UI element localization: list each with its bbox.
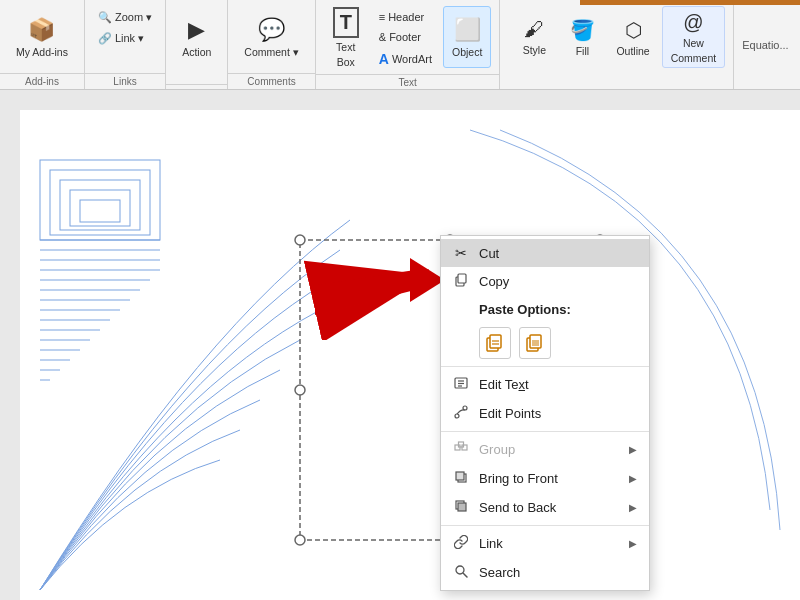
cut-icon: ✂: [453, 245, 469, 261]
link-menu-item[interactable]: Link ▶: [441, 529, 649, 558]
shape-format-tab-accent: [580, 0, 800, 5]
sy-section: Equatio...: [733, 0, 796, 89]
add-ins-icon: 📦: [28, 17, 55, 43]
ribbon-section-text: T Text Box ≡ Header & Footer A WordArt ⬜: [316, 0, 501, 89]
separator-3: [441, 525, 649, 526]
wordart-icon: A: [379, 51, 389, 67]
svg-line-57: [464, 574, 468, 578]
send-to-back-menu-item[interactable]: Send to Back ▶: [441, 493, 649, 522]
svg-point-25: [295, 385, 305, 395]
text-box-button[interactable]: T Text Box: [324, 6, 368, 68]
text-box-icon: T: [333, 7, 359, 38]
search-menu-icon: [453, 564, 469, 581]
object-icon: ⬜: [454, 17, 481, 43]
svg-rect-35: [458, 274, 466, 283]
object-button[interactable]: ⬜ Object: [443, 6, 491, 68]
send-to-back-icon: [453, 499, 469, 516]
separator-1: [441, 366, 649, 367]
ribbon: 📦 My Add-ins Add-ins 🔍 Zoom ▾ 🔗 Link ▾ L…: [0, 0, 800, 90]
link-arrow: ▶: [629, 538, 637, 549]
ribbon-section-links: 🔍 Zoom ▾ 🔗 Link ▾ Links: [85, 0, 166, 89]
edit-points-icon: [453, 405, 469, 422]
svg-point-22: [295, 235, 305, 245]
ribbon-section-comments: 💬 Comment ▾ Comments: [228, 0, 315, 89]
zoom-button[interactable]: 🔍 Zoom ▾: [93, 8, 157, 27]
separator-2: [441, 431, 649, 432]
svg-point-27: [295, 535, 305, 545]
edit-text-icon: [453, 376, 469, 393]
paste-button-2[interactable]: [519, 327, 551, 359]
equation-label: Equatio...: [742, 39, 788, 51]
send-to-back-arrow: ▶: [629, 502, 637, 513]
header-footer-icon: ≡: [379, 11, 385, 23]
bring-to-front-arrow: ▶: [629, 473, 637, 484]
action-button[interactable]: ▶ Action: [174, 6, 219, 68]
link-menu-icon: [453, 535, 469, 552]
style-icon: 🖌: [524, 18, 544, 41]
edit-points-menu-item[interactable]: Edit Points: [441, 399, 649, 428]
fill-icon: 🪣: [570, 18, 595, 42]
search-menu-item[interactable]: Search: [441, 558, 649, 587]
svg-rect-4: [80, 200, 120, 222]
comment-icon: 💬: [258, 17, 285, 43]
paste-options-row: [441, 323, 649, 363]
drawing-svg: [20, 110, 800, 600]
outline-button[interactable]: ⬡ Outline: [608, 6, 657, 68]
fill-button[interactable]: 🪣 Fill: [560, 6, 604, 68]
copy-menu-item[interactable]: Copy: [441, 267, 649, 296]
ribbon-section-action: ▶ Action: [166, 0, 228, 89]
paste-button-1[interactable]: [479, 327, 511, 359]
text-label: Text: [316, 74, 500, 90]
edit-text-menu-item[interactable]: Edit Text: [441, 370, 649, 399]
bring-to-front-icon: [453, 470, 469, 487]
svg-point-47: [455, 414, 459, 418]
svg-rect-53: [456, 472, 464, 480]
svg-rect-55: [458, 503, 466, 511]
svg-rect-42: [532, 340, 539, 346]
action-label: [166, 84, 227, 89]
cut-menu-item[interactable]: ✂ Cut: [441, 239, 649, 267]
links-label: Links: [85, 73, 165, 89]
context-menu: ✂ Cut Copy Paste Options:: [440, 235, 650, 591]
ribbon-section-add-ins: 📦 My Add-ins Add-ins: [0, 0, 85, 89]
style-button[interactable]: 🖌 Style: [512, 6, 556, 68]
new-comment-icon: @: [683, 11, 703, 34]
bring-to-front-menu-item[interactable]: Bring to Front ▶: [441, 464, 649, 493]
group-menu-item[interactable]: Group ▶: [441, 435, 649, 464]
add-ins-label: Add-ins: [0, 73, 84, 89]
svg-rect-3: [70, 190, 130, 226]
document-page: [20, 110, 800, 600]
header-footer-button2[interactable]: & Footer: [374, 28, 437, 46]
canvas-area: ✂ Cut Copy Paste Options:: [0, 90, 800, 600]
new-comment-button[interactable]: @ New Comment: [662, 6, 726, 68]
copy-icon: [453, 273, 469, 290]
paste-options-header: Paste Options:: [441, 296, 649, 323]
wordart-button[interactable]: A WordArt: [374, 48, 437, 70]
comments-label: Comments: [228, 73, 314, 89]
link-icon: 🔗: [98, 32, 112, 45]
shape-format-section: 🖌 Style 🪣 Fill ⬡ Outline @ New Comment: [504, 0, 733, 89]
svg-point-56: [456, 566, 464, 574]
header-footer-button[interactable]: ≡ Header: [374, 8, 437, 26]
group-icon: [453, 441, 469, 458]
comment-button[interactable]: 💬 Comment ▾: [236, 6, 306, 68]
my-add-ins-button[interactable]: 📦 My Add-ins: [8, 6, 76, 68]
action-icon: ▶: [188, 17, 205, 43]
group-arrow: ▶: [629, 444, 637, 455]
zoom-icon: 🔍: [98, 11, 112, 24]
link-button[interactable]: 🔗 Link ▾: [93, 29, 157, 48]
outline-icon: ⬡: [625, 18, 642, 42]
